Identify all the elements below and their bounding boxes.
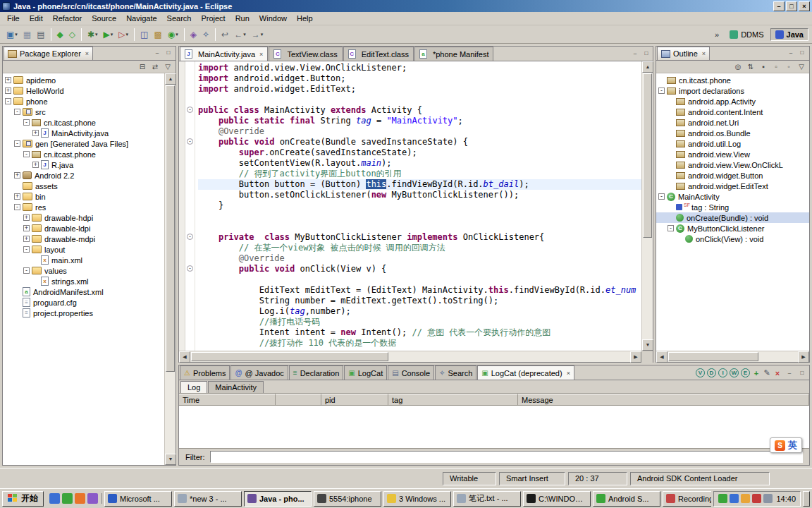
editor-tab[interactable]: MainActivity.java× [180,47,268,61]
code-line[interactable]: // 在某一个view对象 被点击的时候 调用的回调方法 [198,243,641,253]
add-filter-button[interactable]: + [752,369,761,377]
code-line[interactable]: } [198,200,641,211]
scroll-thumb[interactable] [191,352,388,361]
explorer-item[interactable]: strings.xml [3,276,164,286]
code-line[interactable]: super.onCreate(savedInstanceState); [198,147,641,158]
collapse-icon[interactable]: - [23,267,30,274]
fold-collapse-icon[interactable]: - [187,107,193,113]
outline-item[interactable]: android.net.Uri [656,117,809,128]
expand-icon[interactable]: + [23,236,30,242]
outline-item[interactable]: onClick(View) : void [656,234,809,244]
logcat-filter-input[interactable] [210,451,804,463]
debug-button[interactable]: ✱▾ [85,28,101,42]
menu-file[interactable]: File [2,13,25,24]
code-line[interactable]: @Override [198,253,641,264]
view-menu-button[interactable]: ▽ [796,63,806,71]
code-line[interactable]: public class MainActivity extends Activi… [198,105,641,116]
column-header[interactable]: Message [518,394,809,405]
code-line[interactable]: EditText mEditText = (EditText) MainActi… [198,285,641,296]
minimize-view-button[interactable]: – [785,369,794,377]
collapse-icon[interactable]: - [5,98,11,104]
task-button-4[interactable]: 5554:iphone [314,491,381,507]
scroll-left-icon[interactable]: ◀ [179,351,190,363]
code-line[interactable]: //播打电话号码 [198,317,641,327]
outline-item[interactable]: android.widget.EditText [656,181,809,191]
code-editor[interactable]: import android.view.View.OnClickListener… [195,61,641,351]
collapse-icon[interactable]: - [23,119,30,126]
expand-icon[interactable]: + [23,225,30,231]
tray-icon-1[interactable] [718,494,727,503]
sort-button[interactable]: ⇅ [746,63,756,71]
android-avd-manager-button[interactable]: ◇ [66,28,78,42]
collapse-all-button[interactable]: ⊟ [137,63,147,71]
menu-search[interactable]: Search [162,13,197,24]
outline-item[interactable]: -MyButtonClickListener [656,223,809,234]
scroll-right-icon[interactable]: ▶ [630,351,641,363]
search-button[interactable]: ✧ [199,28,212,42]
maximize-view-button[interactable]: □ [797,369,807,377]
new-java-project-button[interactable]: ◫ [137,28,151,42]
outline-item[interactable]: android.os.Bundle [656,128,809,138]
explorer-item[interactable]: -phone [3,96,164,107]
outline-item[interactable]: android.widget.Button [656,170,809,181]
scroll-thumb[interactable] [643,73,652,238]
explorer-item[interactable]: +MainActivity.java [3,128,164,138]
task-button-2[interactable]: *new 3 - ... [174,491,242,507]
quicklaunch-4-button[interactable] [87,493,98,504]
outline-horizontal-scrollbar[interactable]: ◀ ▶ [656,351,809,362]
save-button[interactable]: ▦ [20,28,34,42]
scroll-left-icon[interactable]: ◀ [656,351,668,363]
task-button-1[interactable]: Microsoft ... [104,491,172,507]
menu-window[interactable]: Window [254,13,292,24]
explorer-item[interactable]: +drawable-hdpi [3,212,164,223]
fold-collapse-icon[interactable]: - [187,265,193,272]
expand-icon[interactable]: + [5,87,11,94]
loglevel-d-button[interactable]: D [707,368,716,377]
perspective-java-button[interactable]: Java [770,28,808,41]
outline-item[interactable]: cn.itcast.phone [656,75,809,85]
console-tab[interactable]: ▤Console [388,365,434,380]
outline-item[interactable]: -import declarations [656,85,809,96]
scroll-up-icon[interactable]: ▲ [642,61,653,73]
code-line[interactable]: private class MyButtonClickListener impl… [198,232,641,243]
collapse-icon[interactable]: - [658,87,665,94]
editor-tab[interactable]: EditText.class [343,47,414,61]
code-line[interactable] [198,95,641,105]
console-tab[interactable]: ✧Search [435,365,476,380]
code-line[interactable] [198,222,641,232]
package-explorer-scrollbar[interactable]: ▲ ▼ [164,73,176,465]
column-header[interactable]: tag [388,394,518,405]
explorer-item[interactable]: -gen [Generated Java Files] [3,138,164,149]
task-button-7[interactable]: C:\WINDOWS... [523,491,591,507]
outline-item[interactable]: android.view.View [656,149,809,159]
last-edit-location-button[interactable]: ↩ [219,28,231,42]
close-view-icon[interactable]: × [702,50,706,57]
outline-item[interactable]: -MainActivity [656,191,809,202]
code-line[interactable]: // 得到了activity界面上button的引用 [198,169,641,179]
task-button-9[interactable]: Recording... [663,491,711,507]
explorer-item[interactable]: main.xml [3,255,164,265]
explorer-item[interactable]: +Android 2.2 [3,170,164,181]
ime-indicator[interactable]: S 英 [770,437,802,453]
run-button[interactable]: ▶▾ [101,28,116,42]
start-button[interactable]: 开始 [2,491,44,507]
fold-collapse-icon[interactable]: - [187,138,193,145]
code-line[interactable]: button.setOnClickListener(new MyButtonCl… [198,190,641,200]
forward-button[interactable]: →▾ [249,28,266,42]
maximize-view-button[interactable]: □ [797,49,807,57]
logcat-message-list[interactable] [179,406,809,448]
code-line[interactable]: import android.widget.EditText; [198,84,641,95]
quicklaunch-2-button[interactable] [62,493,73,504]
console-tab[interactable]: ≡Declaration [289,365,343,380]
expand-icon[interactable]: + [32,162,39,168]
task-button-3[interactable]: Java - pho... [244,491,312,507]
outline-item[interactable]: android.view.View.OnClickL [656,159,809,170]
menu-source[interactable]: Source [87,13,121,24]
outline-item[interactable]: android.app.Activity [656,96,809,107]
code-line[interactable]: import android.widget.Button; [198,73,641,84]
fold-collapse-icon[interactable]: - [187,234,193,240]
tray-icon-5[interactable] [763,494,773,503]
explorer-item[interactable]: +drawable-ldpi [3,223,164,234]
loglevel-v-button[interactable]: V [696,368,705,377]
menu-help[interactable]: Help [292,13,318,24]
